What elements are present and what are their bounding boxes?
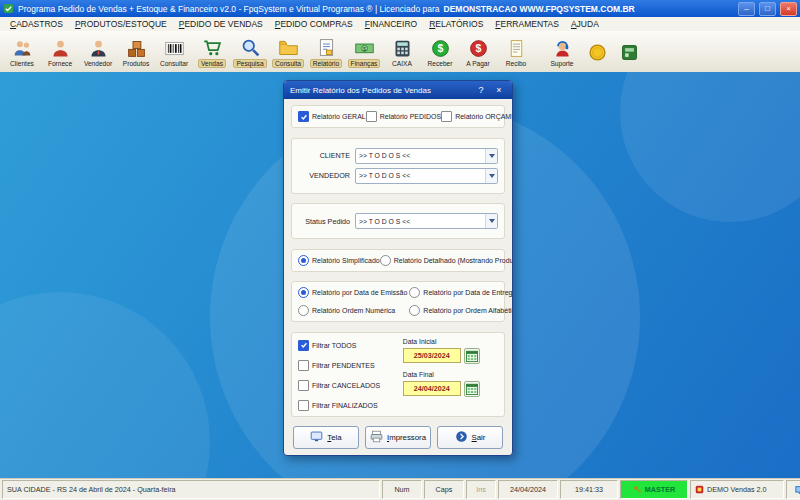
radio-selected-icon (298, 255, 309, 266)
vendedor-field-row: VENDEDOR >> T O D O S << (298, 168, 498, 184)
calendar-icon[interactable] (464, 381, 480, 397)
toolbar-label: Pesquisa (233, 59, 266, 68)
radio-por-data-entrega[interactable]: Relatório por Data de Entrega (409, 287, 513, 298)
status-combobox[interactable]: >> T O D O S << (355, 213, 498, 229)
radio-selected-icon (298, 287, 309, 298)
menu-item-ferramentas[interactable]: FERRAMENTAS (489, 19, 565, 29)
data-final-field-row: 24/04/2024 (403, 381, 498, 397)
menu-item-financeiro[interactable]: FINANCEIRO (359, 19, 423, 29)
chevron-down-icon[interactable] (485, 169, 497, 183)
filters-group: Filtrar TODOS Filtrar PENDENTES Filtrar … (291, 332, 505, 417)
toolbar-receber-button[interactable]: $ Receber (421, 32, 459, 72)
report-type-group: Relatório GERAL Relatório PEDIDOS Relató… (291, 105, 505, 128)
dialog-titlebar[interactable]: Emitir Relatório dos Pedidos de Vendas ?… (284, 81, 512, 99)
radio-por-data-emissao[interactable]: Relatório por Data de Emissão (298, 287, 407, 298)
radio-ordem-numerica[interactable]: Relatório Ordem Numérica (298, 305, 407, 316)
filters-column: Filtrar TODOS Filtrar PENDENTES Filtrar … (298, 338, 403, 411)
radio-relatorio-simplificado[interactable]: Relatório Simplificado (298, 255, 380, 266)
data-inicial-input[interactable]: 25/03/2024 (403, 348, 461, 363)
toolbar-a-pagar-button[interactable]: $ A Pagar (459, 32, 497, 72)
status-monitor-cell[interactable] (786, 480, 800, 499)
toolbar-vendedor-button[interactable]: Vendedor (79, 32, 117, 72)
checkbox-checked-icon (298, 340, 309, 351)
cliente-field-row: CLIENTE >> T O D O S << (298, 148, 498, 164)
support-headset-icon (552, 37, 573, 59)
dialog-help-button[interactable]: ? (474, 84, 488, 97)
maximize-button[interactable]: □ (759, 2, 776, 16)
toolbar-label: Suporte (550, 60, 573, 67)
toolbar-vendas-button[interactable]: Vendas (193, 32, 231, 72)
checkbox-relatorio-orcamento[interactable]: Relatório ORÇAMENTO (441, 111, 513, 122)
radio-ordem-alfabetica[interactable]: Relatório por Ordem Alfabética (409, 305, 513, 316)
radio-relatorio-detalhado[interactable]: Relatório Detalhado (Mostrando Produtos) (380, 255, 513, 266)
report-document-icon (316, 36, 337, 58)
status-caps-indicator: Caps (424, 480, 464, 499)
menu-item-pedido-de-vendas[interactable]: PEDIDO DE VENDAS (173, 19, 269, 29)
products-boxes-icon (126, 37, 147, 59)
window-titlebar[interactable]: Programa Pedido de Vendas + Estoque & Fi… (0, 0, 800, 17)
menu-item-cadastros[interactable]: CADASTROS (4, 19, 69, 29)
data-final-input[interactable]: 24/04/2024 (403, 381, 461, 396)
dates-column: Data Inicial 25/03/2024 Data Final 24/04… (403, 338, 498, 411)
toolbar-label: Recibo (506, 60, 527, 67)
toolbar-fornece-button[interactable]: Fornece (41, 32, 79, 72)
radio-label: Relatório por Ordem Alfabética (423, 307, 513, 314)
toolbar-label: Vendedor (84, 60, 112, 67)
menu-item-pedido-compras[interactable]: PEDIDO COMPRAS (269, 19, 359, 29)
toolbar-relatorio-button[interactable]: Relatório (307, 32, 345, 72)
toolbar-suporte-button[interactable]: Suporte (543, 32, 581, 72)
sales-cart-icon (202, 36, 223, 58)
close-button[interactable]: × (780, 2, 797, 16)
toolbar-consultar-button[interactable]: Consultar (155, 32, 193, 72)
checkbox-filtrar-finalizados[interactable]: Filtrar FINALIZADOS (298, 400, 403, 411)
radio-unselected-icon (409, 287, 420, 298)
calendar-icon[interactable] (464, 348, 480, 364)
toolbar: Clientes Fornece Vendedor Produtos Consu… (0, 31, 800, 73)
toolbar-financas-button[interactable]: $ Finanças (345, 32, 383, 72)
toolbar-pesquisa-button[interactable]: Pesquisa (231, 32, 269, 72)
exit-icon (455, 430, 468, 445)
chevron-down-icon[interactable] (485, 149, 497, 163)
checkbox-filtrar-cancelados[interactable]: Filtrar CANCELADOS (298, 380, 403, 391)
vendedor-combobox[interactable]: >> T O D O S << (355, 168, 498, 184)
toolbar-recibo-button[interactable]: Recibo (497, 32, 535, 72)
checkbox-filtrar-pendentes[interactable]: Filtrar PENDENTES (298, 360, 403, 371)
cliente-combobox[interactable]: >> T O D O S << (355, 148, 498, 164)
desktop-circle (0, 292, 210, 481)
toolbar-produtos-button[interactable]: Produtos (117, 32, 155, 72)
cliente-label: CLIENTE (298, 151, 350, 160)
chevron-down-icon[interactable] (485, 214, 497, 228)
toolbar-caixa-button[interactable]: CAIXA (383, 32, 421, 72)
status-group: Status Pedido >> T O D O S << (291, 203, 505, 239)
checkbox-relatorio-pedidos[interactable]: Relatório PEDIDOS (366, 111, 441, 122)
minimize-button[interactable]: – (738, 2, 755, 16)
menu-item-relatorios[interactable]: RELATÓRIOS (423, 19, 489, 29)
toolbar-register-button[interactable] (613, 32, 645, 72)
supplier-icon (50, 37, 71, 59)
pay-dollar-icon: $ (468, 37, 489, 59)
radio-label: Relatório Ordem Numérica (312, 307, 395, 314)
radio-label: Relatório por Data de Emissão (312, 289, 407, 296)
status-bar: SUA CIDADE - RS 24 de Abril de 2024 - Qu… (0, 478, 800, 500)
dialog-close-button[interactable]: × (492, 84, 506, 97)
checkbox-unchecked-icon (298, 380, 309, 391)
status-time: 19:41:33 (560, 480, 618, 499)
checkbox-filtrar-todos[interactable]: Filtrar TODOS (298, 340, 403, 351)
tela-button[interactable]: Tela (293, 426, 359, 449)
radio-label: Relatório Detalhado (Mostrando Produtos) (394, 257, 513, 264)
order-options-group: Relatório por Data de Emissão Relatório … (291, 281, 505, 322)
toolbar-consulta-button[interactable]: Consulta (269, 32, 307, 72)
menu-item-produtos-estoque[interactable]: PRODUTOS/ESTOQUE (69, 19, 173, 29)
status-user: MASTER (645, 485, 675, 494)
screen-icon (310, 430, 323, 445)
toolbar-clientes-button[interactable]: Clientes (3, 32, 41, 72)
menu-item-ajuda[interactable]: AJUDA (565, 19, 605, 29)
checkbox-relatorio-geral[interactable]: Relatório GERAL (298, 111, 366, 122)
toolbar-coin-button[interactable] (581, 32, 613, 72)
checkbox-label: Filtrar TODOS (312, 342, 356, 349)
impressora-button[interactable]: Impressora (365, 426, 431, 449)
toolbar-label: Consultar (160, 60, 188, 67)
sair-button[interactable]: Sair (437, 426, 503, 449)
checkbox-label: Relatório ORÇAMENTO (455, 113, 513, 120)
data-final-label: Data Final (403, 371, 498, 378)
